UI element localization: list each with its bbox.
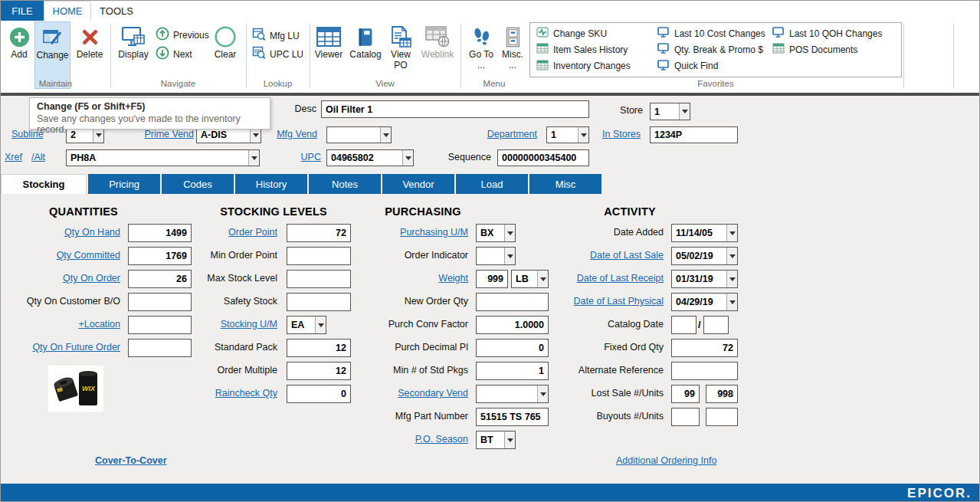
weblink-button[interactable]: Weblink xyxy=(418,24,457,61)
department-select[interactable]: 1 xyxy=(546,126,589,143)
next-button[interactable]: Next xyxy=(156,46,192,62)
qty-on-future-order-link[interactable]: Qty On Future Order xyxy=(8,342,120,353)
previous-button[interactable]: Previous xyxy=(156,27,209,43)
view-po-button[interactable]: View PO xyxy=(385,24,416,71)
fixed-ord-qty-field[interactable]: 72 xyxy=(671,339,738,357)
dropdown-arrow-icon[interactable] xyxy=(679,103,690,120)
delete-button[interactable]: Delete xyxy=(73,24,107,61)
dropdown-arrow-icon[interactable] xyxy=(504,431,515,448)
tab-vendor[interactable]: Vendor xyxy=(382,174,454,194)
misc-button[interactable]: Misc. ... xyxy=(499,24,526,71)
purchasing-u-m-link[interactable]: Purchasing U/M xyxy=(330,227,468,238)
alternate-reference-field[interactable] xyxy=(671,362,738,380)
favorite-qty-break-promo[interactable]: Qty. Break & Promo $ xyxy=(657,42,772,57)
date-of-last-sale-select[interactable]: 05/02/19 xyxy=(671,247,738,265)
tab-pricing[interactable]: Pricing xyxy=(88,174,160,194)
lost-sale-units-field-2[interactable]: 998 xyxy=(706,385,738,403)
dropdown-arrow-icon[interactable] xyxy=(380,127,391,143)
upc-lu-button[interactable]: UPC LU xyxy=(252,46,303,62)
secondary-vend-link[interactable]: Secondary Vend xyxy=(330,388,468,399)
lost-sale-units-field-1[interactable]: 99 xyxy=(671,385,700,403)
dropdown-arrow-icon[interactable] xyxy=(402,150,413,166)
tab-history[interactable]: History xyxy=(235,174,307,194)
tab-home[interactable]: HOME xyxy=(44,1,91,21)
mfg-vend-select[interactable] xyxy=(326,126,392,143)
date-added-select[interactable]: 11/14/05 xyxy=(671,224,738,242)
order-point-link[interactable]: Order Point xyxy=(158,227,277,238)
cover-to-cover-link[interactable]: Cover-To-Cover xyxy=(95,455,167,466)
favorites-box: Change SKU Item Sales History Inventory … xyxy=(529,22,902,77)
qty-committed-link[interactable]: Qty Committed xyxy=(8,250,120,261)
add-button[interactable]: Add xyxy=(5,24,33,61)
display-button[interactable]: Display xyxy=(116,24,151,61)
dropdown-arrow-icon[interactable] xyxy=(726,294,737,310)
dropdown-arrow-icon[interactable] xyxy=(504,225,515,241)
tab-notes[interactable]: Notes xyxy=(309,174,381,194)
upc-link[interactable]: UPC xyxy=(300,152,321,162)
favorite-pos-documents[interactable]: POS Documents xyxy=(772,42,896,57)
p-o-season-link[interactable]: P.O. Season xyxy=(330,434,468,445)
p-o-season-select[interactable]: BT xyxy=(476,431,516,449)
dropdown-arrow-icon[interactable] xyxy=(315,317,326,333)
favorite-last-10-cost-changes[interactable]: Last 10 Cost Changes xyxy=(657,26,772,41)
add-icon xyxy=(8,24,31,50)
mfg-vend-link[interactable]: Mfg Vend xyxy=(274,129,317,139)
xref-select[interactable]: PH8A xyxy=(66,149,260,166)
dropdown-arrow-icon[interactable] xyxy=(726,271,737,287)
date-of-last-physical-select[interactable]: 04/29/19 xyxy=(671,293,738,311)
viewer-button[interactable]: Viewer xyxy=(312,24,346,61)
date-of-last-receipt-select[interactable]: 01/31/19 xyxy=(671,270,738,288)
order-indicator-select[interactable] xyxy=(476,247,516,265)
favorite-last-10-qoh-changes[interactable]: Last 10 QOH Changes xyxy=(772,26,896,41)
catalog-date-field-2[interactable] xyxy=(703,316,729,334)
buyouts-units-field-2[interactable] xyxy=(706,408,738,426)
tab-file[interactable]: FILE xyxy=(1,1,44,21)
tab-load[interactable]: Load xyxy=(456,174,528,194)
weight-link[interactable]: Weight xyxy=(330,273,468,284)
dropdown-arrow-icon[interactable] xyxy=(726,225,737,241)
epicor-logo: EPICOR. xyxy=(907,486,972,500)
in-stores-field[interactable]: 1234P xyxy=(650,126,738,143)
favorite-inventory-changes[interactable]: Inventory Changes xyxy=(536,59,657,74)
upc-lu-label: UPC LU xyxy=(270,49,303,60)
tab-codes[interactable]: Codes xyxy=(162,174,234,194)
dropdown-arrow-icon[interactable] xyxy=(578,127,588,143)
catalog-label: Catalog xyxy=(349,50,381,61)
catalog-date-field-1[interactable] xyxy=(671,316,696,334)
qty-on-order-link[interactable]: Qty On Order xyxy=(8,273,120,284)
clear-button[interactable]: Clear xyxy=(209,24,241,61)
favorite-quick-find[interactable]: Quick Find xyxy=(657,59,772,74)
buyouts-units-field-1[interactable] xyxy=(671,408,700,426)
qty-on-hand-link[interactable]: Qty On Hand xyxy=(8,227,120,238)
tab-misc[interactable]: Misc xyxy=(529,174,601,194)
raincheck-qty-link[interactable]: Raincheck Qty xyxy=(158,388,277,399)
dropdown-arrow-icon[interactable] xyxy=(726,248,737,264)
date-of-last-receipt-link[interactable]: Date of Last Receipt xyxy=(514,273,664,284)
weight-field[interactable]: 999 xyxy=(476,270,508,288)
alt-link[interactable]: /Alt xyxy=(31,152,45,162)
catalog-button[interactable]: Catalog xyxy=(347,24,384,61)
additional-ordering-info-link[interactable]: Additional Ordering Info xyxy=(616,455,716,466)
location-link[interactable]: +Location xyxy=(8,319,120,330)
tab-tools[interactable]: TOOLS xyxy=(91,1,142,21)
dropdown-arrow-icon[interactable] xyxy=(504,248,515,264)
go-to-button[interactable]: Go To ... xyxy=(467,24,496,71)
favorite-change-sku[interactable]: Change SKU xyxy=(536,26,657,41)
date-of-last-sale-link[interactable]: Date of Last Sale xyxy=(514,250,664,261)
xref-link[interactable]: Xref xyxy=(5,152,22,162)
stocking-u-m-select[interactable]: EA xyxy=(287,316,326,334)
mfg-lu-button[interactable]: Mfg LU xyxy=(252,28,300,44)
in-stores-link[interactable]: In Stores xyxy=(602,129,641,139)
purchasing-u-m-select[interactable]: BX xyxy=(476,224,516,242)
desc-field[interactable]: Oil Filter 1 xyxy=(321,100,589,118)
upc-select[interactable]: 04965802 xyxy=(326,149,414,166)
store-select[interactable]: 1 xyxy=(650,103,690,120)
stocking-u-m-link[interactable]: Stocking U/M xyxy=(158,319,277,330)
viewer-label: Viewer xyxy=(315,50,343,61)
favorite-item-sales-history[interactable]: Item Sales History xyxy=(536,42,657,57)
tab-stocking[interactable]: Stocking xyxy=(1,174,87,194)
date-of-last-physical-link[interactable]: Date of Last Physical xyxy=(514,296,664,307)
dropdown-arrow-icon[interactable] xyxy=(248,150,259,166)
sequence-field[interactable]: 00000000345400 xyxy=(497,149,589,166)
department-link[interactable]: Department xyxy=(483,129,537,139)
